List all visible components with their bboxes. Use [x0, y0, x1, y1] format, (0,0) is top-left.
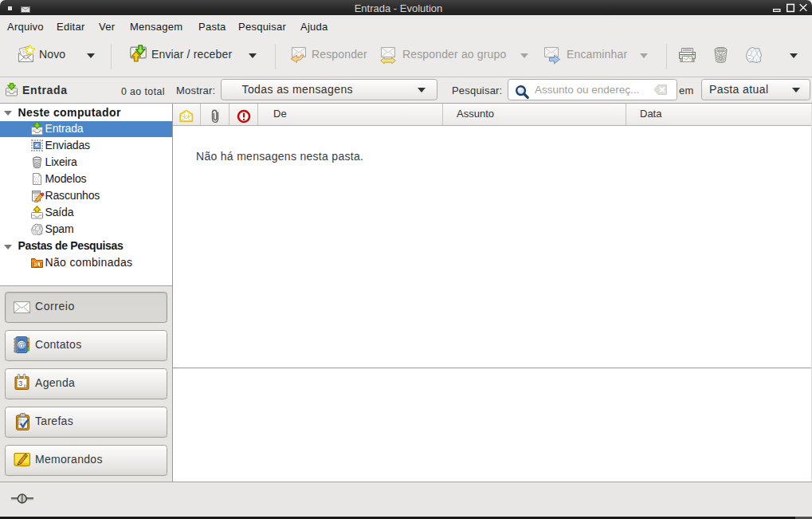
- svg-text:3: 3: [18, 379, 22, 387]
- svg-text:@: @: [18, 340, 25, 349]
